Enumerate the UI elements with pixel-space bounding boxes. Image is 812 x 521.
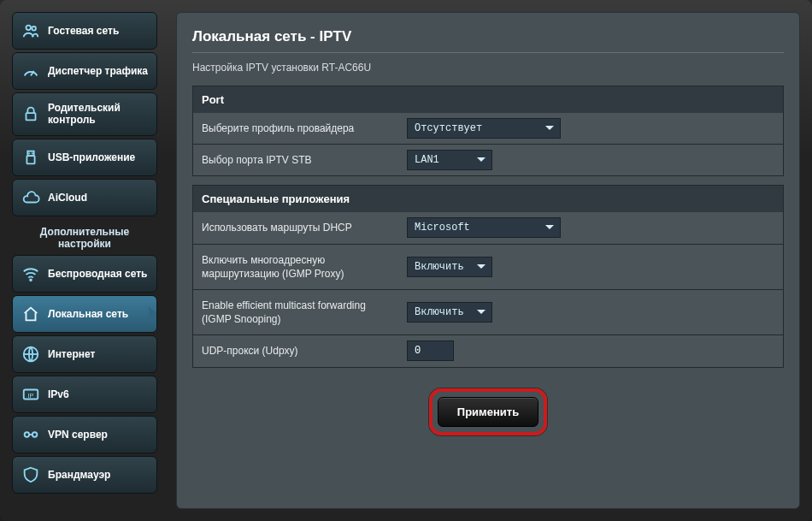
sidebar-item-firewall[interactable]: Брандмауэр — [12, 456, 157, 494]
sidebar-item-wireless[interactable]: Беспроводная сеть — [12, 255, 157, 293]
sidebar-item-label: VPN сервер — [48, 429, 108, 441]
sidebar-item-lan[interactable]: Локальная сеть — [12, 295, 157, 333]
select-value: LAN1 — [415, 154, 439, 166]
row-igmp-snooping: Enable efficient multicast forwarding (I… — [192, 290, 784, 335]
sidebar-item-internet[interactable]: Интернет — [12, 335, 157, 373]
sidebar-item-parental-control[interactable]: Родительский контроль — [12, 92, 157, 136]
chevron-down-icon — [545, 225, 554, 234]
svg-text:IP: IP — [28, 391, 34, 399]
row-dhcp-routes: Использовать маршруты DHCP Microsoft — [192, 212, 784, 244]
svg-rect-4 — [26, 156, 34, 163]
svg-point-11 — [25, 432, 30, 437]
sidebar-item-label: Локальная сеть — [48, 308, 128, 320]
sidebar-item-label: IPv6 — [48, 388, 69, 400]
apply-highlight: Применить — [429, 388, 547, 435]
section-special-header: Специальные приложения — [192, 185, 784, 212]
dhcp-routes-select[interactable]: Microsoft — [407, 217, 561, 238]
dhcp-routes-label: Использовать маршруты DHCP — [193, 212, 398, 243]
sidebar-item-traffic-manager[interactable]: Диспетчер трафика — [12, 52, 157, 90]
stb-port-label: Выбор порта IPTV STB — [193, 145, 398, 175]
apply-button[interactable]: Применить — [438, 397, 538, 427]
usb-icon — [21, 148, 40, 167]
chevron-down-icon — [477, 264, 485, 273]
sidebar-item-label: USB-приложение — [48, 151, 135, 163]
home-icon — [21, 305, 40, 323]
igmp-proxy-label: Включить многоадресную маршрутизацию (IG… — [193, 245, 398, 289]
ip-icon: IP — [21, 385, 40, 404]
stb-port-select[interactable]: LAN1 — [407, 150, 492, 170]
provider-profile-select[interactable]: Отсутствует — [407, 118, 561, 139]
provider-profile-label: Выберите профиль провайдера — [193, 113, 398, 144]
udpxy-input[interactable] — [407, 340, 454, 361]
chevron-down-icon — [545, 126, 554, 134]
globe-icon — [21, 345, 40, 364]
chevron-down-icon — [477, 157, 485, 166]
sidebar-item-usb-app[interactable]: USB-приложение — [12, 139, 157, 176]
section-port-header: Port — [192, 86, 784, 113]
row-provider-profile: Выберите профиль провайдера Отсутствует — [192, 113, 784, 145]
igmp-snooping-label: Enable efficient multicast forwarding (I… — [193, 290, 398, 335]
sidebar-item-label: Интернет — [48, 348, 95, 360]
users-icon — [21, 21, 40, 40]
page-subtitle: Настройка IPTV установки RT-AC66U — [192, 62, 784, 74]
row-udpxy: UDP-прокси (Udpxy) — [192, 335, 784, 367]
sidebar-item-guest-network[interactable]: Гостевая сеть — [12, 12, 157, 50]
cloud-icon — [21, 188, 40, 207]
igmp-proxy-select[interactable]: Включить — [407, 257, 492, 277]
sidebar-item-label: AiCloud — [48, 192, 87, 204]
row-stb-port: Выбор порта IPTV STB LAN1 — [192, 145, 784, 176]
row-igmp-proxy: Включить многоадресную маршрутизацию (IG… — [192, 245, 784, 290]
svg-rect-2 — [26, 113, 36, 120]
select-value: Включить — [415, 261, 464, 273]
sidebar: Гостевая сеть Диспетчер трафика Родитель… — [12, 12, 157, 509]
sidebar-item-vpn[interactable]: VPN сервер — [12, 416, 157, 453]
select-value: Отсутствует — [415, 122, 482, 134]
udpxy-label: UDP-прокси (Udpxy) — [193, 335, 398, 366]
gauge-icon — [21, 62, 40, 80]
sidebar-item-label: Гостевая сеть — [48, 25, 119, 37]
svg-point-1 — [32, 27, 36, 31]
select-value: Включить — [415, 306, 464, 318]
sidebar-item-ipv6[interactable]: IP IPv6 — [12, 376, 157, 413]
sidebar-item-label: Диспетчер трафика — [48, 65, 148, 77]
igmp-snooping-select[interactable]: Включить — [407, 302, 492, 323]
select-value: Microsoft — [415, 222, 470, 234]
svg-point-12 — [32, 432, 38, 437]
sidebar-item-label: Брандмауэр — [48, 469, 110, 481]
sidebar-section-advanced: Дополнительные настройки — [12, 219, 157, 255]
svg-point-0 — [26, 26, 32, 30]
wifi-icon — [21, 264, 40, 283]
svg-point-7 — [30, 279, 32, 281]
main-panel: Локальная сеть - IPTV Настройка IPTV уст… — [176, 12, 800, 509]
sidebar-item-label: Родительский контроль — [48, 102, 148, 127]
sidebar-item-aicloud[interactable]: AiCloud — [12, 179, 157, 216]
lock-icon — [21, 104, 40, 123]
chevron-down-icon — [477, 310, 485, 318]
divider — [192, 52, 784, 53]
sidebar-item-label: Беспроводная сеть — [48, 268, 147, 280]
vpn-icon — [21, 425, 40, 444]
page-title: Локальная сеть - IPTV — [192, 28, 784, 45]
shield-icon — [21, 465, 40, 484]
